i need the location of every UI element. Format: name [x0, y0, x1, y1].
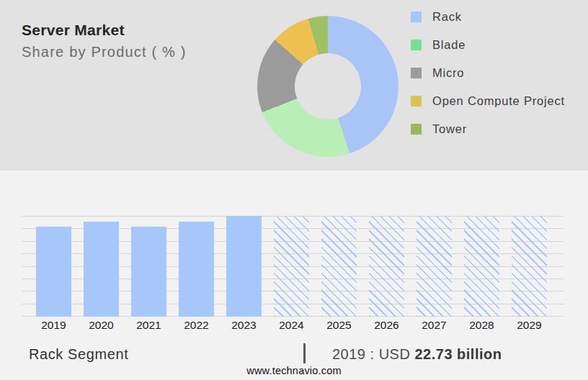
caption-divider: [303, 343, 306, 363]
x-tick-2028: 2028: [460, 319, 504, 332]
bar-2029: [512, 216, 547, 317]
bar-2019: [36, 227, 71, 317]
legend-swatch-icon: [411, 12, 422, 22]
legend-label: Open Compute Project: [432, 94, 565, 108]
legend-swatch-icon: [411, 124, 422, 135]
donut-hole: [295, 53, 361, 119]
legend: RackBladeMicroOpen Compute ProjectTower: [411, 6, 584, 146]
x-tick-2025: 2025: [318, 319, 361, 332]
header-section: Server Market Share by Product ( % ) Rac…: [0, 0, 588, 171]
x-tick-2023: 2023: [223, 319, 266, 332]
bar-2026: [369, 216, 404, 317]
donut-chart: [257, 16, 398, 157]
segment-caption: Rack Segment: [29, 346, 128, 363]
bar-2024: [274, 216, 309, 317]
x-tick-2024: 2024: [270, 319, 313, 332]
x-tick-2029: 2029: [508, 319, 551, 332]
legend-item-micro: Micro: [411, 62, 584, 83]
bar-2025: [321, 216, 357, 317]
legend-swatch-icon: [411, 96, 422, 107]
page-title: Server Market: [22, 22, 125, 39]
legend-label: Rack: [432, 10, 462, 24]
legend-swatch-icon: [411, 40, 422, 50]
bar-2022: [179, 222, 214, 317]
page-subtitle: Share by Product ( % ): [22, 44, 187, 60]
bar-2023: [226, 216, 262, 317]
bar-2028: [464, 216, 499, 317]
x-tick-2021: 2021: [128, 319, 171, 332]
legend-label: Tower: [432, 122, 467, 136]
value-line: 2019 : USD 22.73 billion: [332, 346, 502, 363]
bar-2020: [84, 222, 119, 317]
legend-item-tower: Tower: [411, 118, 584, 140]
bar-chart-section: 2019202020212022202320242025202620272028…: [0, 171, 588, 380]
x-tick-2026: 2026: [365, 319, 409, 332]
legend-item-rack: Rack: [411, 6, 584, 27]
x-tick-2020: 2020: [80, 319, 123, 332]
legend-swatch-icon: [411, 68, 422, 78]
bar-plot: [22, 216, 564, 317]
legend-label: Micro: [432, 66, 464, 80]
bar-2027: [416, 216, 452, 317]
bar-2021: [131, 227, 166, 317]
legend-label: Blade: [432, 38, 466, 52]
x-tick-2027: 2027: [413, 319, 456, 332]
x-tick-2022: 2022: [175, 319, 218, 332]
x-tick-2019: 2019: [32, 319, 76, 332]
value-bold: 22.73 billion: [414, 346, 502, 362]
value-prefix: 2019 : USD: [332, 346, 414, 362]
infographic-page: Server Market Share by Product ( % ) Rac…: [0, 0, 588, 380]
x-axis-labels: 2019202020212022202320242025202620272028…: [22, 319, 564, 335]
legend-item-open-compute-project: Open Compute Project: [411, 90, 584, 112]
website-url: www.technavio.com: [0, 365, 588, 376]
legend-item-blade: Blade: [411, 34, 584, 55]
